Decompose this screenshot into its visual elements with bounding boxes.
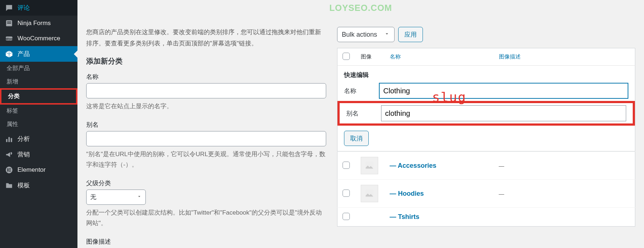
slug-annotation: slug xyxy=(432,90,467,105)
highlight-annotation: 分类 xyxy=(0,88,77,105)
categories-table-area: Bulk actions 应用 图像 名称 图像描述 快速编辑 xyxy=(337,0,635,248)
name-input[interactable] xyxy=(86,83,326,98)
row-desc: — xyxy=(499,163,504,169)
submenu-add-new[interactable]: 新增 xyxy=(0,75,77,89)
submenu-attributes[interactable]: 属性 xyxy=(0,118,77,131)
slug-label: 别名 xyxy=(86,121,326,129)
submenu-tags[interactable]: 标签 xyxy=(0,104,77,118)
admin-sidebar: 评论 Ninja Forms Woo WooCommerce 产品 全部产品 新… xyxy=(0,0,77,248)
folder-icon xyxy=(5,182,13,190)
quick-edit-panel: 快速编辑 名称 别名 slug 取消 xyxy=(337,66,635,151)
chevron-down-icon xyxy=(137,194,142,201)
bulk-label: Bulk actions xyxy=(342,31,377,38)
table-row: — Tshirts xyxy=(337,208,635,227)
row-checkbox[interactable] xyxy=(343,162,350,169)
svg-rect-5 xyxy=(6,139,8,142)
chevron-down-icon xyxy=(384,31,390,38)
parent-label: 父级分类 xyxy=(86,179,326,187)
qe-name-label: 名称 xyxy=(344,87,379,95)
cancel-button[interactable]: 取消 xyxy=(344,131,369,146)
parent-value: 无 xyxy=(90,193,96,201)
comment-icon xyxy=(5,4,13,12)
main-content: LOYSEO.COM 您商店的产品类别在这里修改。要改变前端的类别排序，您可以通… xyxy=(77,0,644,248)
slug-input[interactable] xyxy=(86,131,326,146)
slug-help: "别名"是在URL中使用的别称，它可以令URL更美观。通常使用小写，只能包含字母… xyxy=(86,149,326,170)
parent-select[interactable]: 无 xyxy=(86,190,146,205)
qe-slug-label: 别名 xyxy=(346,109,381,118)
submenu-all-products[interactable]: 全部产品 xyxy=(0,62,77,75)
svg-rect-7 xyxy=(11,138,12,142)
menu-analytics[interactable]: 分析 xyxy=(0,131,77,147)
select-all-checkbox[interactable] xyxy=(343,53,350,60)
elementor-icon xyxy=(5,166,13,174)
svg-rect-12 xyxy=(9,171,11,172)
row-name-link[interactable]: — Tshirts xyxy=(390,213,420,220)
intro-text: 您商店的产品类别在这里修改。要改变前端的类别排序，您可以通过拖拽来对他们重新排序… xyxy=(86,27,326,49)
menu-ninja-forms[interactable]: Ninja Forms xyxy=(0,16,77,31)
menu-label: Elementor xyxy=(17,166,45,174)
megaphone-icon xyxy=(5,151,13,159)
menu-elementor[interactable]: Elementor xyxy=(0,162,77,178)
svg-rect-9 xyxy=(7,168,8,171)
row-checkbox[interactable] xyxy=(343,213,350,220)
submenu-categories[interactable]: 分类 xyxy=(1,90,76,103)
menu-label: Ninja Forms xyxy=(17,20,51,27)
categories-table: 图像 名称 图像描述 xyxy=(337,48,635,66)
row-checkbox[interactable] xyxy=(343,190,350,197)
name-label: 名称 xyxy=(86,73,326,81)
menu-label: 评论 xyxy=(17,4,30,12)
svg-rect-10 xyxy=(9,168,11,169)
imgdesc-label: 图像描述 xyxy=(86,237,326,246)
col-image: 图像 xyxy=(356,48,385,66)
add-category-form: 您商店的产品类别在这里修改。要改变前端的类别排序，您可以通过拖拽来对他们重新排序… xyxy=(86,0,337,248)
row-name-link[interactable]: — Accessories xyxy=(390,162,436,169)
menu-products[interactable]: 产品 xyxy=(0,46,77,62)
qe-name-input[interactable] xyxy=(379,83,628,99)
parent-help: 分配一个父类可以创建层次结构。比如"Twitter"和"Facebook"的父分… xyxy=(86,208,326,229)
menu-label: 模板 xyxy=(17,181,30,190)
col-name[interactable]: 名称 xyxy=(385,48,494,66)
slug-highlight-annotation: 别名 xyxy=(337,101,635,126)
menu-templates[interactable]: 模板 xyxy=(0,178,77,193)
svg-rect-2 xyxy=(7,23,11,24)
table-row: — Hoodies — xyxy=(337,180,635,208)
placeholder-image-icon xyxy=(361,185,378,202)
svg-rect-11 xyxy=(9,170,11,170)
placeholder-image-icon xyxy=(361,157,378,174)
svg-rect-1 xyxy=(7,21,11,22)
menu-label: 营销 xyxy=(17,150,30,159)
quick-edit-title: 快速编辑 xyxy=(337,66,635,81)
svg-rect-6 xyxy=(8,137,10,142)
categories-rows: — Accessories — — Hoodies — — Tshirts xyxy=(337,151,635,227)
menu-comments[interactable]: 评论 xyxy=(0,0,77,16)
add-heading: 添加新分类 xyxy=(86,56,326,66)
menu-marketing[interactable]: 营销 xyxy=(0,147,77,162)
name-help: 这将是它在站点上显示的名字。 xyxy=(86,101,326,112)
menu-label: 分析 xyxy=(17,135,30,143)
svg-text:Woo: Woo xyxy=(5,37,13,41)
watermark: LOYSEO.COM xyxy=(329,3,392,13)
menu-label: 产品 xyxy=(17,50,30,58)
bulk-actions-select[interactable]: Bulk actions xyxy=(337,27,395,42)
apply-button[interactable]: 应用 xyxy=(398,27,423,42)
box-icon xyxy=(5,50,13,58)
table-row: — Accessories — xyxy=(337,152,635,180)
col-imgdesc[interactable]: 图像描述 xyxy=(494,48,635,66)
form-icon xyxy=(5,19,13,27)
qe-slug-input[interactable] xyxy=(381,105,626,121)
row-name-link[interactable]: — Hoodies xyxy=(390,190,424,197)
menu-woocommerce[interactable]: Woo WooCommerce xyxy=(0,31,77,46)
row-desc: — xyxy=(499,191,504,197)
menu-label: WooCommerce xyxy=(17,35,60,42)
woocommerce-icon: Woo xyxy=(5,34,13,42)
chart-icon xyxy=(5,135,13,143)
